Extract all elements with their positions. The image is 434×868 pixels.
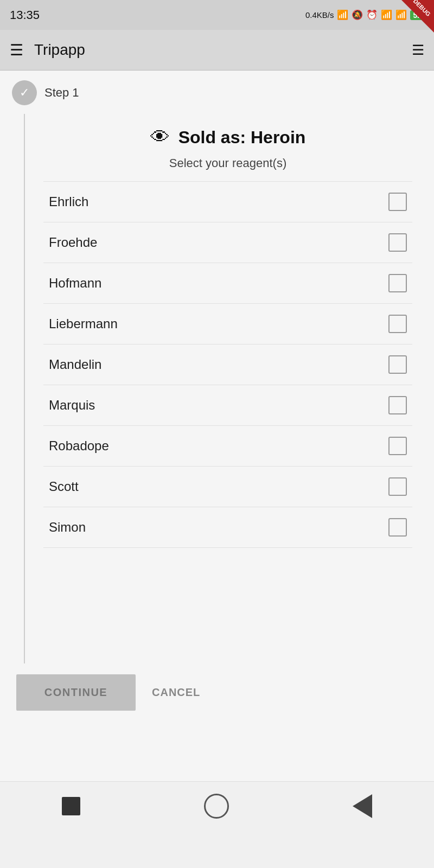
reagent-name-hofmann: Hofmann: [49, 276, 101, 291]
step-checkmark: ✓: [20, 86, 29, 100]
reagent-name-mandelin: Mandelin: [49, 357, 101, 372]
step-circle: ✓: [12, 80, 37, 105]
nav-home-icon[interactable]: [204, 794, 229, 819]
checkbox-scott[interactable]: [388, 477, 407, 496]
list-item: Marquis: [43, 385, 412, 426]
list-item: Robadope: [43, 426, 412, 467]
signal-icon: 📶: [381, 9, 392, 21]
reagent-name-simon: Simon: [49, 520, 86, 535]
checkbox-froehde[interactable]: [388, 233, 407, 252]
step-label: Step 1: [44, 86, 79, 100]
app-title: Tripapp: [34, 41, 412, 59]
nav-stop-icon[interactable]: [62, 797, 80, 815]
checkbox-mandelin[interactable]: [388, 355, 407, 374]
reagent-name-ehrlich: Ehrlich: [49, 194, 88, 209]
sold-as-header: 👁 Sold as: Heroin: [43, 126, 412, 149]
checkbox-simon[interactable]: [388, 518, 407, 537]
checkbox-marquis[interactable]: [388, 396, 407, 414]
continue-button[interactable]: CONTINUE: [16, 674, 136, 711]
bottom-buttons: CONTINUE CANCEL: [0, 663, 434, 722]
list-item: Liebermann: [43, 304, 412, 344]
step-vertical-line: [24, 114, 25, 722]
list-item: Hofmann: [43, 263, 412, 304]
main-content: ✓ Step 1 👁 Sold as: Heroin Select your r…: [0, 71, 434, 830]
hamburger-icon[interactable]: ☰: [10, 41, 23, 59]
reagent-name-scott: Scott: [49, 479, 79, 494]
list-item: Scott: [43, 467, 412, 507]
bluetooth-icon: 📶: [337, 9, 348, 21]
list-item: Ehrlich: [43, 181, 412, 222]
reagent-name-froehde: Froehde: [49, 235, 97, 250]
reagent-name-liebermann: Liebermann: [49, 316, 118, 331]
status-icons: 0.4KB/s 📶 🔕 ⏰ 📶 📶 52: [305, 9, 424, 21]
list-item: Simon: [43, 507, 412, 548]
reagent-name-robadope: Robadope: [49, 438, 109, 454]
checkbox-robadope[interactable]: [388, 437, 407, 455]
bell-icon: 🔕: [352, 9, 363, 21]
nav-bar: [0, 781, 434, 830]
alarm-icon: ⏰: [366, 9, 378, 21]
checkbox-hofmann[interactable]: [388, 274, 407, 292]
nav-back-icon[interactable]: [353, 794, 372, 818]
filter-icon[interactable]: ☰: [412, 42, 424, 59]
reagent-list: Ehrlich Froehde Hofmann Liebermann Mande…: [43, 181, 412, 548]
reagent-name-marquis: Marquis: [49, 398, 95, 413]
checkbox-ehrlich[interactable]: [388, 193, 407, 211]
reagent-card: 👁 Sold as: Heroin Select your reagent(s)…: [38, 115, 418, 559]
sold-as-title: Sold as: Heroin: [178, 127, 306, 148]
checkbox-liebermann[interactable]: [388, 315, 407, 333]
select-subtitle: Select your reagent(s): [43, 156, 412, 170]
list-item: Mandelin: [43, 344, 412, 385]
list-item: Froehde: [43, 222, 412, 263]
app-bar: ☰ Tripapp ☰: [0, 30, 434, 71]
status-bar: 13:35 0.4KB/s 📶 🔕 ⏰ 📶 📶 52 DEBUG: [0, 0, 434, 30]
cancel-button[interactable]: CANCEL: [152, 686, 200, 699]
step-row: ✓ Step 1: [0, 71, 434, 105]
eye-icon: 👁: [150, 126, 170, 149]
status-time: 13:35: [10, 8, 40, 22]
network-speed: 0.4KB/s: [305, 10, 334, 20]
wifi-icon: 📶: [395, 9, 407, 21]
